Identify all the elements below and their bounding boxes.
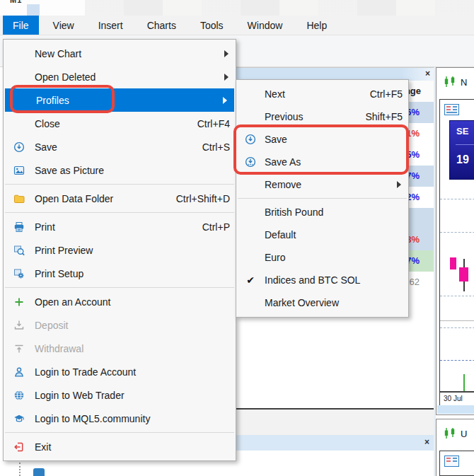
bottom-panel: × bbox=[233, 408, 434, 476]
menu-item-withdrawal: Withdrawal bbox=[4, 337, 236, 360]
close-icon[interactable]: × bbox=[425, 69, 430, 79]
menu-item-label: Login to MQL5.community bbox=[35, 413, 150, 424]
menu-item-label: Open an Account bbox=[35, 296, 110, 308]
menu-item-label: Open Deleted bbox=[35, 71, 96, 83]
menu-separator bbox=[5, 212, 234, 213]
menu-item-deposit: Deposit bbox=[4, 313, 236, 337]
menu-item-login-mql5[interactable]: Login to MQL5.community bbox=[4, 407, 236, 430]
menu-help[interactable]: Help bbox=[296, 16, 337, 35]
window-titlebar: M1 bbox=[0, 0, 474, 16]
candlestick bbox=[459, 267, 468, 281]
close-icon[interactable]: × bbox=[424, 437, 429, 447]
menu-item-close[interactable]: Close Ctrl+F4 bbox=[4, 112, 236, 135]
print-icon bbox=[4, 221, 35, 233]
menu-item-open-an-account[interactable]: Open an Account bbox=[4, 290, 236, 313]
submenu-item-default[interactable]: Default bbox=[236, 224, 408, 246]
menu-tools[interactable]: Tools bbox=[190, 16, 233, 35]
grid-line bbox=[440, 232, 474, 233]
candlestick-chart-icon bbox=[444, 76, 456, 88]
x-axis bbox=[440, 391, 474, 393]
price-level-line bbox=[440, 320, 474, 321]
x-axis-date-label: 30 Jul bbox=[444, 395, 463, 402]
one-click-sell-button[interactable]: SE 19 bbox=[449, 120, 474, 180]
folder-icon bbox=[4, 193, 35, 204]
save-icon bbox=[4, 141, 35, 153]
annotation-box-save-save-as bbox=[233, 124, 409, 175]
menu-item-label: Close bbox=[35, 118, 60, 129]
quotes-table-icon[interactable] bbox=[444, 104, 459, 115]
menu-separator bbox=[238, 198, 407, 199]
submenu-item-indices-and-btc-sol[interactable]: ✔ Indices and BTC SOL bbox=[236, 269, 408, 291]
withdrawal-icon bbox=[4, 343, 35, 354]
menu-item-label: Remove bbox=[265, 179, 301, 190]
print-setup-icon bbox=[4, 268, 35, 279]
menu-item-login-web-trader[interactable]: Login to Web Trader bbox=[4, 383, 236, 407]
chart-window-1-scroll-strip[interactable] bbox=[437, 405, 474, 414]
menu-item-label: New Chart bbox=[35, 48, 81, 59]
person-icon bbox=[4, 366, 35, 378]
tree-branch-line bbox=[19, 463, 21, 476]
menu-item-label: Print bbox=[35, 221, 55, 233]
menu-item-label: Print Preview bbox=[35, 245, 93, 256]
menu-item-label: Save bbox=[35, 141, 57, 153]
submenu-item-next[interactable]: Next Ctrl+F5 bbox=[236, 83, 408, 105]
menu-item-new-chart[interactable]: New Chart bbox=[4, 42, 236, 65]
candlestick bbox=[450, 257, 456, 269]
quotes-table-icon[interactable] bbox=[444, 455, 459, 467]
grid-line bbox=[440, 327, 474, 328]
menu-item-open-data-folder[interactable]: Open Data Folder Ctrl+Shift+D bbox=[4, 187, 236, 210]
menu-item-label: Login to Trade Account bbox=[35, 366, 136, 378]
profiles-submenu: Next Ctrl+F5 Previous Shift+F5 Save Save… bbox=[236, 79, 409, 318]
menu-item-label: Previous bbox=[265, 111, 303, 122]
menu-insert[interactable]: Insert bbox=[88, 16, 133, 35]
chart-symbol-fragment: N bbox=[461, 77, 467, 88]
menu-item-save[interactable]: Save Ctrl+S bbox=[4, 135, 236, 158]
menu-item-shortcut: Ctrl+F5 bbox=[370, 88, 403, 100]
chart-window-1: N SE 19 bbox=[436, 67, 474, 415]
menu-separator bbox=[5, 432, 234, 433]
menu-item-print[interactable]: Print Ctrl+P bbox=[4, 215, 236, 238]
globe-icon bbox=[4, 390, 35, 401]
sell-label-fragment: SE bbox=[456, 126, 468, 137]
menu-window[interactable]: Window bbox=[238, 16, 293, 35]
plus-icon bbox=[4, 296, 35, 308]
menu-view[interactable]: View bbox=[43, 16, 84, 35]
menu-item-shortcut: Shift+F5 bbox=[365, 111, 403, 122]
menu-item-print-setup[interactable]: Print Setup bbox=[4, 262, 236, 285]
submenu-item-market-overview[interactable]: Market Overview bbox=[236, 291, 408, 314]
chart-window-2-title: U bbox=[444, 428, 467, 439]
volume-bar bbox=[463, 374, 465, 391]
chart-canvas-1[interactable]: SE 19 30 Jul bbox=[439, 99, 474, 406]
menu-separator bbox=[5, 287, 234, 288]
chart-symbol-fragment: U bbox=[461, 429, 467, 439]
submenu-arrow-icon bbox=[224, 74, 229, 81]
menu-item-exit[interactable]: Exit bbox=[4, 435, 236, 458]
submenu-item-british-pound[interactable]: British Pound bbox=[236, 201, 408, 224]
submenu-item-remove[interactable]: Remove bbox=[236, 173, 408, 196]
grid-line bbox=[440, 296, 474, 296]
grid-line bbox=[440, 199, 474, 199]
menu-item-label: Open Data Folder bbox=[35, 193, 113, 204]
graduation-cap-icon bbox=[4, 413, 35, 424]
menu-item-save-as-picture[interactable]: Save as Picture bbox=[4, 158, 236, 182]
titlebar-button-fragment bbox=[27, 4, 40, 16]
menu-file[interactable]: File bbox=[3, 16, 39, 35]
menu-item-label: Login to Web Trader bbox=[35, 390, 125, 401]
metatrader-window: M1 File View Insert Charts Tools Window … bbox=[0, 0, 474, 476]
chart-canvas-2[interactable] bbox=[439, 451, 474, 476]
candlestick-chart-icon bbox=[444, 428, 456, 439]
menu-item-login-trade-account[interactable]: Login to Trade Account bbox=[4, 360, 236, 383]
menu-item-label: Deposit bbox=[35, 320, 68, 331]
menu-item-label: Exit bbox=[35, 441, 51, 453]
sell-divider bbox=[456, 144, 474, 145]
menu-item-print-preview[interactable]: Print Preview bbox=[4, 238, 236, 262]
menu-charts[interactable]: Charts bbox=[137, 16, 186, 35]
print-preview-icon bbox=[4, 245, 35, 256]
menu-item-label: Print Setup bbox=[35, 268, 83, 279]
chart-window-1-title: N bbox=[444, 76, 467, 88]
menu-item-shortcut: Ctrl+Shift+D bbox=[176, 193, 230, 204]
menubar: File View Insert Charts Tools Window Hel… bbox=[0, 16, 474, 35]
submenu-arrow-icon bbox=[397, 181, 401, 188]
submenu-item-euro[interactable]: Euro bbox=[236, 246, 408, 269]
submenu-arrow-icon bbox=[224, 50, 229, 57]
